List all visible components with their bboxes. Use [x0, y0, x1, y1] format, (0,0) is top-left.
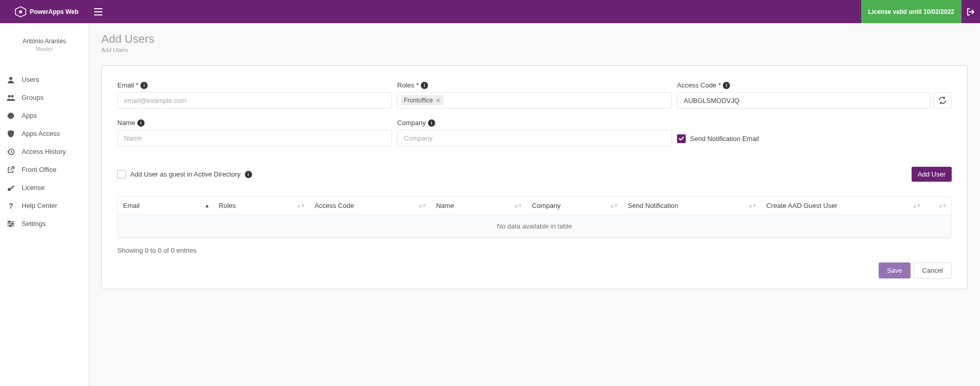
- svg-text:?: ?: [9, 202, 13, 209]
- license-badge: License valid until 10/02/2022: [861, 0, 961, 23]
- sidebar-item-groups[interactable]: Groups: [0, 89, 88, 107]
- svg-point-7: [8, 188, 11, 191]
- send-notification-checkbox[interactable]: [677, 134, 686, 143]
- shield-icon: [6, 130, 15, 137]
- key-icon: [6, 184, 15, 191]
- sidebar-item-label: Users: [22, 76, 39, 83]
- info-icon[interactable]: i: [421, 82, 428, 89]
- company-input[interactable]: [397, 130, 672, 146]
- sidebar-item-label: Settings: [22, 220, 46, 227]
- sidebar: António Arantes Master Users Groups Apps: [0, 23, 89, 386]
- email-label: Email * i: [117, 81, 392, 89]
- sort-icon: ▲▼: [418, 203, 426, 208]
- th-roles[interactable]: Roles ▲▼: [213, 197, 309, 215]
- user-icon: [6, 76, 15, 83]
- aad-guest-label: Add User as guest in Active Directory: [130, 170, 241, 178]
- external-link-icon: [6, 166, 15, 173]
- logout-button[interactable]: [961, 0, 980, 23]
- sidebar-item-front-office[interactable]: Front Office: [0, 161, 88, 179]
- topbar: PowerApps Web License valid until 10/02/…: [0, 0, 980, 23]
- table-header-row: Email ▲ Roles ▲▼ Access Code ▲▼ Name ▲▼: [118, 197, 951, 215]
- history-icon: [6, 148, 15, 155]
- th-send-notification[interactable]: Send Notification ▲▼: [622, 197, 761, 215]
- name-input[interactable]: [117, 130, 392, 146]
- th-company[interactable]: Company ▲▼: [527, 197, 622, 215]
- sidebar-item-label: Help Center: [22, 202, 57, 209]
- svg-point-4: [11, 95, 14, 97]
- sidebar-item-apps-access[interactable]: Apps Access: [0, 125, 88, 143]
- cancel-button[interactable]: Cancel: [914, 262, 952, 278]
- save-button[interactable]: Save: [879, 262, 911, 278]
- th-actions[interactable]: ▲▼: [925, 197, 951, 215]
- info-icon[interactable]: i: [137, 119, 145, 127]
- add-user-button[interactable]: Add User: [912, 167, 952, 182]
- gear-icon: [6, 112, 15, 119]
- add-users-card: Email * i Roles * i Frontoffice ✕: [101, 65, 968, 289]
- aad-guest-checkbox[interactable]: [117, 170, 126, 179]
- company-label: Company i: [397, 119, 672, 127]
- users-table: Email ▲ Roles ▲▼ Access Code ▲▼ Name ▲▼: [117, 196, 952, 238]
- roles-input[interactable]: Frontoffice ✕: [397, 92, 672, 109]
- access-code-input[interactable]: [677, 92, 931, 109]
- menu-toggle[interactable]: [94, 8, 102, 15]
- info-icon[interactable]: i: [245, 171, 252, 178]
- sidebar-item-users[interactable]: Users: [0, 71, 88, 89]
- sidebar-item-access-history[interactable]: Access History: [0, 143, 88, 161]
- sort-icon: ▲▼: [748, 203, 756, 208]
- info-icon[interactable]: i: [140, 82, 148, 89]
- sidebar-item-label: Groups: [22, 94, 44, 101]
- regenerate-code-button[interactable]: [934, 92, 952, 109]
- access-code-label: Access Code * i: [677, 81, 952, 89]
- page-title: Add Users: [101, 32, 968, 46]
- email-input[interactable]: [117, 92, 392, 109]
- profile-role: Master: [0, 46, 88, 52]
- profile: António Arantes Master: [0, 38, 88, 52]
- svg-point-1: [19, 10, 22, 13]
- th-name[interactable]: Name ▲▼: [431, 197, 527, 215]
- sidebar-item-label: Access History: [22, 148, 66, 155]
- role-tag: Frontoffice ✕: [401, 95, 443, 106]
- brand: PowerApps Web: [0, 6, 89, 18]
- topbar-right: License valid until 10/02/2022: [861, 0, 980, 23]
- sliders-icon: [6, 220, 15, 227]
- sidebar-item-label: Front Office: [22, 166, 57, 173]
- info-icon[interactable]: i: [723, 82, 730, 89]
- sort-icon: ▲: [204, 203, 208, 208]
- svg-point-10: [12, 223, 13, 224]
- table-empty-message: No data available in table: [118, 215, 951, 238]
- sort-icon: ▲▼: [296, 203, 305, 208]
- svg-point-9: [9, 221, 10, 222]
- sidebar-item-settings[interactable]: Settings: [0, 215, 88, 233]
- th-aad-guest[interactable]: Create AAD Guest User ▲▼: [761, 197, 925, 215]
- th-email[interactable]: Email ▲: [118, 197, 213, 215]
- sidebar-item-label: Apps: [22, 112, 37, 119]
- question-icon: ?: [6, 202, 15, 209]
- sidebar-item-label: Apps Access: [22, 130, 60, 137]
- sidebar-item-label: License: [22, 184, 45, 191]
- svg-point-11: [10, 225, 11, 226]
- logo-icon: [14, 6, 27, 18]
- remove-tag-icon[interactable]: ✕: [436, 97, 440, 104]
- sort-icon: ▲▼: [609, 203, 617, 208]
- profile-name: António Arantes: [0, 38, 88, 45]
- info-icon[interactable]: i: [428, 119, 435, 127]
- send-notification-label: Send Notification Email: [690, 135, 759, 143]
- svg-point-3: [8, 95, 11, 97]
- name-label: Name i: [117, 119, 392, 127]
- roles-label: Roles * i: [397, 81, 672, 89]
- sort-icon: ▲▼: [938, 203, 946, 208]
- sort-icon: ▲▼: [513, 203, 522, 208]
- users-icon: [6, 94, 15, 101]
- svg-point-2: [9, 77, 12, 80]
- main-content: Add Users Add Users Email * i Roles * i: [89, 23, 980, 386]
- sidebar-item-apps[interactable]: Apps: [0, 107, 88, 125]
- sort-icon: ▲▼: [912, 203, 920, 208]
- sidebar-item-help-center[interactable]: ? Help Center: [0, 197, 88, 215]
- brand-text: PowerApps Web: [30, 8, 78, 15]
- breadcrumb: Add Users: [101, 47, 968, 53]
- table-entries-info: Showing 0 to 0 of 0 entries: [117, 247, 197, 254]
- th-access-code[interactable]: Access Code ▲▼: [310, 197, 431, 215]
- sidebar-item-license[interactable]: License: [0, 179, 88, 197]
